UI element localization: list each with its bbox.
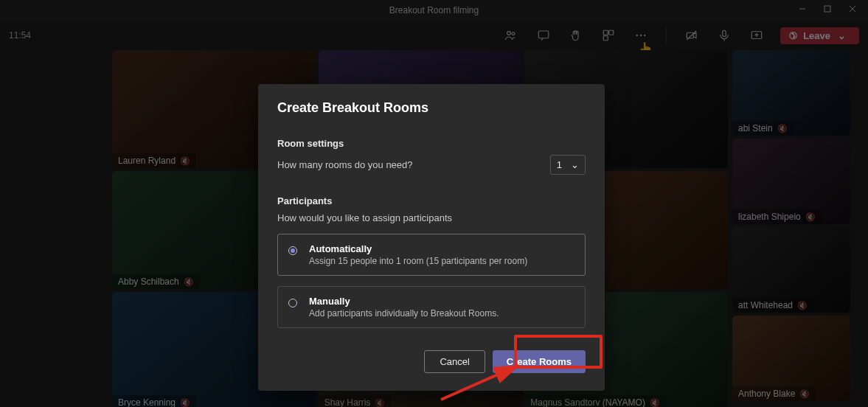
option-manual-subtitle: Add participants individually to Breakou… [309,308,499,319]
radio-unselected-icon [288,299,297,307]
cancel-button[interactable]: Cancel [424,350,485,373]
option-auto-title: Automatically [309,243,527,254]
option-manual-title: Manually [309,296,499,307]
room-question: How many rooms do you need? [277,159,413,170]
cancel-label: Cancel [440,356,469,367]
create-breakout-rooms-dialog: Create Breakout Rooms Room settings How … [258,84,605,391]
participants-section-label: Participants [277,195,586,206]
dialog-title: Create Breakout Rooms [277,100,586,116]
create-rooms-label: Create Rooms [507,356,572,367]
chevron-down-icon: ⌄ [571,159,579,170]
assign-question: How would you like to assign participant… [277,212,586,223]
create-rooms-button[interactable]: Create Rooms [493,350,586,373]
assign-auto-option[interactable]: Automatically Assign 15 people into 1 ro… [277,234,586,276]
radio-selected-icon [288,246,297,255]
app-window: Breakout Room filming 11:54 ✆ Leave ⌄ [0,0,868,407]
option-auto-subtitle: Assign 15 people into 1 room (15 partici… [309,256,527,266]
dialog-actions: Cancel Create Rooms [277,350,586,373]
assign-manual-option[interactable]: Manually Add participants individually t… [277,286,586,328]
room-settings-label: Room settings [277,138,586,149]
room-count-select[interactable]: 1 ⌄ [550,155,586,175]
room-count-row: How many rooms do you need? 1 ⌄ [277,155,586,175]
room-count-value: 1 [557,159,562,170]
